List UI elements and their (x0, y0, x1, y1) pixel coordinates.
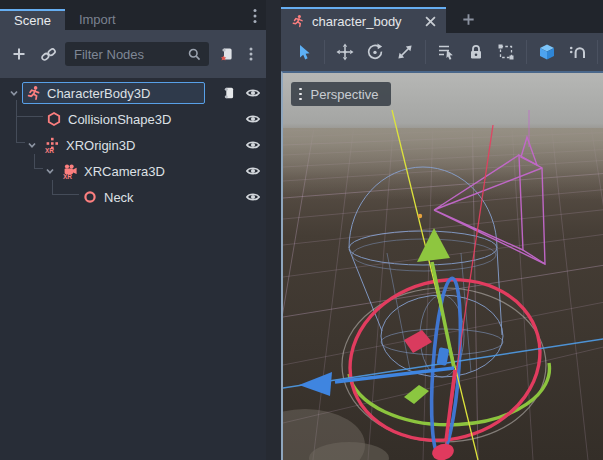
instance-scene-button[interactable] (36, 42, 60, 66)
tree-row-xrorigin3d[interactable]: XR XROrigin3D (0, 132, 266, 158)
close-icon[interactable] (425, 16, 436, 27)
visibility-eye-icon[interactable] (245, 163, 261, 179)
scene-dock: Scene Import (0, 0, 266, 460)
add-node-button[interactable] (7, 42, 31, 66)
tree-row-characterbody3d[interactable]: CharacterBody3D (0, 80, 266, 106)
projection-label: Perspective (311, 87, 379, 102)
svg-text:XR: XR (45, 147, 54, 154)
script-star-icon (218, 46, 235, 63)
list-select-button[interactable] (435, 41, 457, 63)
list-cursor-icon (436, 42, 456, 62)
viewport-3d-canvas[interactable] (283, 73, 603, 460)
instance-scene-icon (40, 46, 57, 63)
toolbar-separator (324, 40, 325, 64)
toolbar-separator (526, 40, 527, 64)
filter-by-script-button[interactable] (214, 42, 238, 66)
magnet-icon (567, 42, 587, 62)
lock-button[interactable] (465, 41, 487, 63)
character-body-3d-icon (26, 85, 42, 101)
visibility-eye-icon[interactable] (245, 137, 261, 153)
visibility-eye-icon[interactable] (245, 111, 261, 127)
horizon-fog (283, 128, 603, 200)
filter-nodes-input[interactable] (72, 46, 183, 63)
selected-node-box[interactable]: CharacterBody3D (22, 82, 205, 104)
group-button[interactable] (495, 41, 517, 63)
viewport-3d[interactable]: Perspective (281, 71, 603, 460)
viewport-toolbar (281, 33, 603, 71)
use-snap-toggle[interactable] (566, 41, 588, 63)
chevron-down-icon[interactable] (8, 87, 20, 99)
filter-nodes-field[interactable] (65, 42, 209, 66)
cursor-arrow-icon (295, 43, 314, 62)
tab-import[interactable]: Import (65, 9, 130, 30)
node-name: CollisionShape3D (68, 112, 171, 127)
toolbar-separator (597, 40, 598, 64)
drag-handle-dots-icon (299, 88, 302, 101)
perspective-menu-button[interactable]: Perspective (291, 82, 391, 106)
xr-camera-3d-icon: XR (62, 163, 78, 179)
rotate-mode-button[interactable] (364, 41, 386, 63)
visibility-eye-icon[interactable] (245, 189, 261, 205)
cube-icon (537, 42, 557, 62)
dock-tab-bar: Scene Import (0, 0, 266, 30)
vertical-dots-icon (245, 46, 257, 62)
search-icon (187, 47, 202, 62)
node-name: CharacterBody3D (47, 86, 150, 101)
node-3d-icon (82, 189, 98, 205)
godot-editor: Scene Import (0, 0, 603, 460)
lock-icon (466, 42, 486, 62)
visibility-eye-icon[interactable] (245, 85, 261, 101)
add-node-icon (11, 46, 27, 62)
vertical-dots-icon (248, 8, 262, 24)
rotate-icon (365, 42, 385, 62)
scale-icon (395, 42, 415, 62)
scene-tab-character-body[interactable]: character_body (281, 7, 446, 33)
toolbar-separator (425, 40, 426, 64)
dock-splitter[interactable] (266, 0, 281, 460)
tab-scene[interactable]: Scene (0, 9, 65, 30)
scale-mode-button[interactable] (394, 41, 416, 63)
use-local-space-toggle[interactable] (536, 41, 558, 63)
move-icon (335, 42, 355, 62)
dock-menu-button[interactable] (246, 5, 264, 27)
move-mode-button[interactable] (334, 41, 356, 63)
select-mode-button[interactable] (293, 41, 315, 63)
node-name: Neck (104, 190, 134, 205)
orange-marker-dot (418, 214, 422, 218)
scene-tab-label: character_body (312, 14, 402, 29)
scene-tree: CharacterBody3D Co (0, 78, 266, 460)
svg-text:XR: XR (63, 173, 72, 179)
tree-row-xrcamera3d[interactable]: XR XRCamera3D (0, 158, 266, 184)
group-icon (496, 42, 516, 62)
scene-tab-bar: character_body (281, 0, 603, 33)
character-body-3d-icon (291, 14, 305, 28)
new-scene-tab-button[interactable] (459, 10, 477, 28)
chevron-down-icon[interactable] (26, 139, 38, 151)
tree-options-button[interactable] (243, 42, 259, 66)
script-icon[interactable] (221, 86, 236, 101)
xr-origin-3d-icon: XR (44, 137, 60, 153)
tree-row-neck[interactable]: Neck (0, 184, 266, 210)
collision-shape-3d-icon (46, 111, 62, 127)
chevron-down-icon[interactable] (44, 165, 56, 177)
node-name: XRCamera3D (84, 164, 165, 179)
node-name: XROrigin3D (66, 138, 135, 153)
scene-dock-toolbar (0, 30, 266, 78)
plus-icon (461, 12, 476, 27)
tree-row-collisionshape3d[interactable]: CollisionShape3D (0, 106, 266, 132)
main-viewport-panel: character_body (281, 0, 603, 460)
